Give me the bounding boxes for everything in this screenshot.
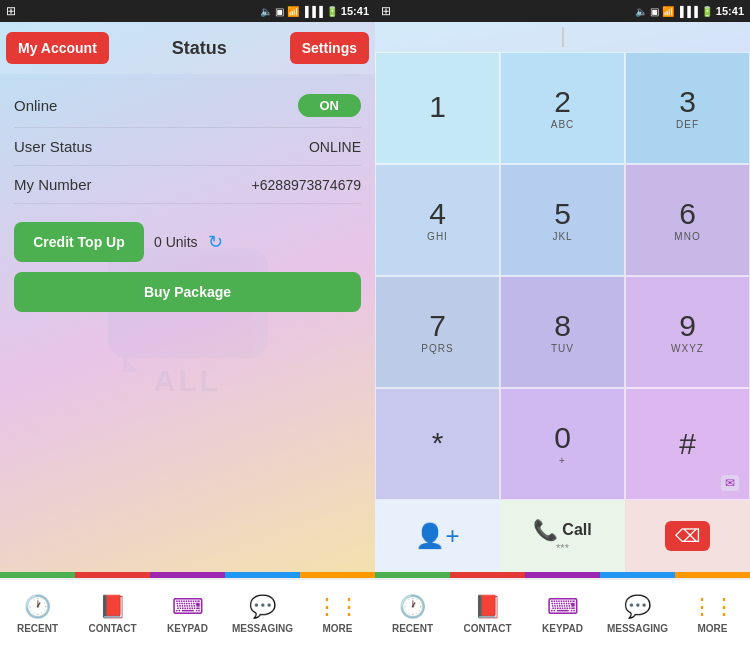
app-icon: ⊞ [6,4,16,18]
add-contact-button[interactable]: 👤+ [375,500,500,572]
status-bar-right: ⊞ 🔈 ▣ 📶 ▐▐▐ 🔋 15:41 [375,0,750,22]
nav-item-recent-left[interactable]: 🕐 RECENT [0,593,75,634]
key-7-sub: PQRS [421,343,453,354]
page-title-left: Status [172,38,227,59]
nav-item-keypad-left[interactable]: ⌨ KEYPAD [150,593,225,634]
key-6[interactable]: 6 MNO [625,164,750,276]
key-5-sub: JKL [552,231,572,242]
nav-label-contact-left: CONTACT [88,623,136,634]
keypad-row-3: 7 PQRS 8 TUV 9 WXYZ [375,276,750,388]
my-account-button[interactable]: My Account [6,32,109,64]
phone-icon: 📞 [533,518,558,542]
keypad-row-4: * 0 + # ✉ [375,388,750,500]
key-star[interactable]: * [375,388,500,500]
keypad-row-2: 4 GHI 5 JKL 6 MNO [375,164,750,276]
refresh-icon[interactable]: ↻ [208,231,223,253]
key-4-sub: GHI [427,231,448,242]
more-icon-left: ⋮⋮ [324,593,352,621]
time-right: 15:41 [716,5,744,17]
key-4-main: 4 [429,199,446,229]
signal-icon: ▐▐▐ [302,6,323,17]
key-4[interactable]: 4 GHI [375,164,500,276]
delete-button[interactable]: ⌫ [625,500,750,572]
contact-icon-left: 📕 [99,593,127,621]
key-hash[interactable]: # ✉ [625,388,750,500]
key-0-sub: + [559,455,566,466]
nav-label-messaging-left: MESSAGING [232,623,293,634]
sim-icon-right: ▣ [650,6,659,17]
credit-top-up-button[interactable]: Credit Top Up [14,222,144,262]
nav-item-contact-left[interactable]: 📕 CONTACT [75,593,150,634]
user-status-row: User Status ONLINE [14,128,361,166]
battery-icon-right: 🔋 [701,6,713,17]
status-bar-left: ⊞ 🔈 ▣ 📶 ▐▐▐ 🔋 15:41 [0,0,375,22]
key-star-main: * [432,428,444,458]
keypad-grid: 1 2 ABC 3 DEF 4 GHI 5 JKL 6 [375,52,750,500]
contact-icon-right: 📕 [474,593,502,621]
key-6-sub: MNO [674,231,700,242]
app-icon-right: ⊞ [381,4,391,18]
key-9-main: 9 [679,311,696,341]
nav-label-keypad-right: KEYPAD [542,623,583,634]
nav-label-more-left: MORE [323,623,353,634]
user-status-label: User Status [14,138,92,155]
nav-label-contact-right: CONTACT [463,623,511,634]
top-bar-left: My Account Status Settings [0,22,375,74]
nav-item-contact-right[interactable]: 📕 CONTACT [450,593,525,634]
key-3-sub: DEF [676,119,699,130]
call-button[interactable]: 📞 Call *** [500,500,625,572]
nav-label-recent-left: RECENT [17,623,58,634]
call-sub: *** [556,542,569,554]
nav-item-more-left[interactable]: ⋮⋮ MORE [300,593,375,634]
time-left: 15:41 [341,5,369,17]
wifi-icon-right: 📶 [662,6,674,17]
top-divider [562,27,564,47]
left-content: smart ALL Online ON User Status ONLINE M… [0,74,375,572]
right-panel: ⊞ 🔈 ▣ 📶 ▐▐▐ 🔋 15:41 smart ALL 1 [375,0,750,646]
user-status-value: ONLINE [309,139,361,155]
clock-icon-left: 🕐 [24,593,52,621]
status-bar-left-icons: ⊞ [6,4,16,18]
credits-row: Credit Top Up 0 Units ↻ [14,222,361,262]
messaging-icon-right: 💬 [624,593,652,621]
keypad-row-1: 1 2 ABC 3 DEF [375,52,750,164]
settings-button[interactable]: Settings [290,32,369,64]
key-1[interactable]: 1 [375,52,500,164]
signal-icon-right: ▐▐▐ [677,6,698,17]
sim-icon: ▣ [275,6,284,17]
my-number-row: My Number +6288973874679 [14,166,361,204]
nav-label-recent-right: RECENT [392,623,433,634]
nav-item-messaging-left[interactable]: 💬 MESSAGING [225,593,300,634]
key-7[interactable]: 7 PQRS [375,276,500,388]
delete-icon: ⌫ [665,521,710,551]
call-label: Call [562,521,591,539]
nav-item-recent-right[interactable]: 🕐 RECENT [375,593,450,634]
bottom-nav-right: 🕐 RECENT 📕 CONTACT ⌨ KEYPAD 💬 MESSAGING … [375,578,750,646]
nav-item-more-right[interactable]: ⋮⋮ MORE [675,593,750,634]
key-8-main: 8 [554,311,571,341]
nav-item-messaging-right[interactable]: 💬 MESSAGING [600,593,675,634]
key-8[interactable]: 8 TUV [500,276,625,388]
keypad-icon-left: ⌨ [174,593,202,621]
key-0[interactable]: 0 + [500,388,625,500]
key-3[interactable]: 3 DEF [625,52,750,164]
status-bar-right-right-icons: 🔈 ▣ 📶 ▐▐▐ 🔋 15:41 [635,5,744,17]
keypad-icon-right: ⌨ [549,593,577,621]
key-2[interactable]: 2 ABC [500,52,625,164]
nav-item-keypad-right[interactable]: ⌨ KEYPAD [525,593,600,634]
online-row: Online ON [14,84,361,128]
wifi-icon: 📶 [287,6,299,17]
action-buttons: Credit Top Up 0 Units ↻ Buy Package [14,222,361,312]
battery-icon: 🔋 [326,6,338,17]
key-2-main: 2 [554,87,571,117]
status-bar-right-left-icons: ⊞ [381,4,391,18]
messaging-icon-left: 💬 [249,593,277,621]
buy-package-button[interactable]: Buy Package [14,272,361,312]
key-1-main: 1 [429,92,446,122]
call-row: 👤+ 📞 Call *** ⌫ [375,500,750,572]
key-5-main: 5 [554,199,571,229]
keypad-top-area [375,22,750,52]
key-9[interactable]: 9 WXYZ [625,276,750,388]
nav-label-keypad-left: KEYPAD [167,623,208,634]
key-5[interactable]: 5 JKL [500,164,625,276]
